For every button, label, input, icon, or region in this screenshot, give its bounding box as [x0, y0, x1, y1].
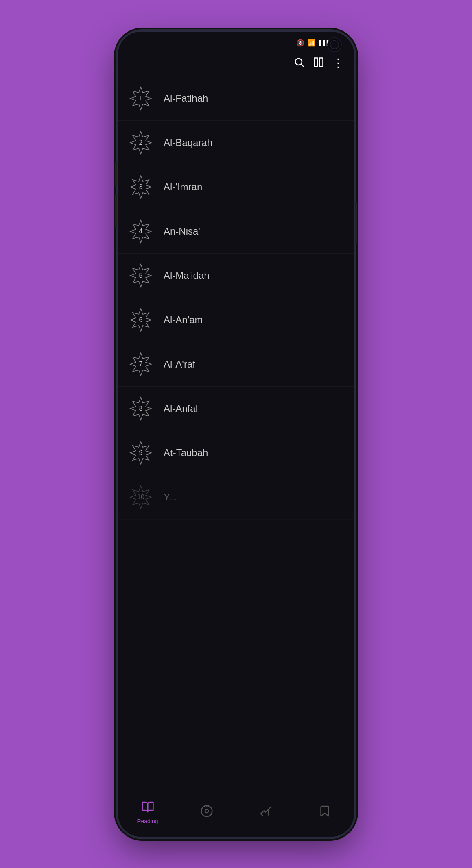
- surah-list: 1 Al-Fatihah 2 Al-Baqarah 3 Al-'Imran 4 …: [118, 76, 354, 794]
- search-icon[interactable]: [293, 57, 305, 71]
- surah-badge: 10: [128, 484, 154, 510]
- surah-badge: 1: [128, 85, 154, 111]
- surah-badge: 6: [128, 307, 154, 333]
- surah-badge: 4: [128, 218, 154, 244]
- app-header: ⋮: [118, 51, 354, 76]
- surah-number: 5: [139, 272, 143, 279]
- svg-rect-2: [315, 58, 318, 66]
- surah-item[interactable]: 2 Al-Baqarah: [118, 121, 354, 165]
- surah-name: Al-A'raf: [164, 359, 195, 370]
- prayer-nav-icon: [259, 805, 272, 820]
- surah-number: 9: [139, 449, 143, 457]
- surah-badge: 3: [128, 174, 154, 200]
- surah-number: 8: [139, 405, 143, 412]
- surah-item[interactable]: 8 Al-Anfal: [118, 387, 354, 431]
- surah-badge: 9: [128, 440, 154, 466]
- surah-item[interactable]: 3 Al-'Imran: [118, 165, 354, 209]
- svg-point-5: [205, 809, 208, 813]
- surah-item[interactable]: 9 At-Taubah: [118, 431, 354, 475]
- power-button[interactable]: [355, 202, 357, 243]
- more-options-icon[interactable]: ⋮: [332, 58, 344, 69]
- mute-icon: 🔇: [296, 39, 304, 47]
- surah-number: 6: [139, 316, 143, 324]
- nav-item-radio[interactable]: [190, 805, 223, 820]
- svg-line-1: [302, 64, 304, 67]
- phone-device: 🔇 📶 ▌▌▌ 🔋: [118, 32, 354, 837]
- surah-badge: 7: [128, 351, 154, 377]
- vol-up-button[interactable]: [115, 162, 117, 186]
- surah-name: Y...: [164, 492, 177, 503]
- surah-number: 1: [139, 95, 143, 102]
- wifi-icon: 📶: [308, 39, 316, 47]
- header-actions: ⋮: [293, 57, 344, 71]
- surah-name: At-Taubah: [164, 447, 208, 459]
- surah-name: An-Nisa': [164, 226, 200, 237]
- status-icons: 🔇 📶 ▌▌▌ 🔋: [296, 39, 342, 47]
- nav-item-reading[interactable]: Reading: [131, 801, 164, 824]
- nav-item-prayer[interactable]: [249, 805, 282, 820]
- reading-nav-label: Reading: [137, 818, 158, 824]
- layout-icon[interactable]: [313, 57, 324, 71]
- svg-rect-3: [319, 58, 323, 66]
- surah-badge: 2: [128, 130, 154, 156]
- surah-number: 10: [137, 494, 144, 501]
- surah-badge: 5: [128, 263, 154, 289]
- surah-name: Al-An'am: [164, 314, 203, 326]
- nav-item-bookmark[interactable]: [308, 805, 341, 820]
- surah-badge: 8: [128, 396, 154, 422]
- vol-down-button[interactable]: [115, 194, 117, 227]
- surah-number: 4: [139, 228, 143, 235]
- surah-item[interactable]: 7 Al-A'raf: [118, 342, 354, 387]
- bookmark-nav-icon: [318, 805, 331, 820]
- surah-item[interactable]: 6 Al-An'am: [118, 298, 354, 342]
- surah-name: Al-Baqarah: [164, 137, 212, 148]
- surah-name: Al-'Imran: [164, 181, 202, 193]
- bottom-navigation: Reading: [118, 794, 354, 837]
- surah-item[interactable]: 4 An-Nisa': [118, 209, 354, 254]
- surah-item[interactable]: 10 Y...: [118, 475, 354, 520]
- radio-nav-icon: [200, 805, 213, 820]
- phone-screen: 🔇 📶 ▌▌▌ 🔋: [118, 32, 354, 837]
- surah-name: Al-Ma'idah: [164, 270, 210, 281]
- surah-item[interactable]: 1 Al-Fatihah: [118, 76, 354, 121]
- surah-name: Al-Anfal: [164, 403, 198, 414]
- reading-nav-icon: [141, 801, 154, 816]
- surah-number: 2: [139, 139, 143, 146]
- surah-item[interactable]: 5 Al-Ma'idah: [118, 254, 354, 298]
- surah-name: Al-Fatihah: [164, 93, 208, 104]
- svg-point-0: [295, 58, 302, 65]
- surah-number: 3: [139, 183, 143, 191]
- surah-number: 7: [139, 361, 143, 368]
- front-camera: [327, 37, 342, 52]
- status-bar: 🔇 📶 ▌▌▌ 🔋: [118, 32, 354, 51]
